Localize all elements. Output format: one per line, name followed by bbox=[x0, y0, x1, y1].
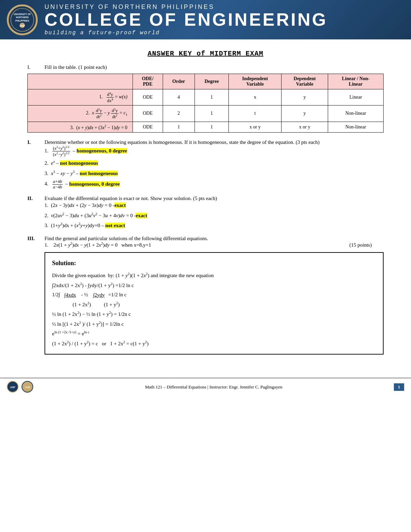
section2-header: I. Determine whether or not the followin… bbox=[27, 139, 384, 145]
table-row: 1. d4y dx4 = w(x) ODE 4 1 x y Linear bbox=[28, 89, 384, 106]
list-item: 3. x3 − xy − y3 – not homogeneous bbox=[45, 169, 384, 177]
eq3-dep: x or y bbox=[281, 122, 328, 133]
col-header-ode: ODE/PDE bbox=[133, 74, 163, 89]
solution-line-7: eln (1 +2x /1+y) = eln c bbox=[52, 329, 376, 338]
section1-intro: I. Fill in the table. (1 point each) bbox=[27, 64, 384, 70]
prob4-equation: 2x(1 + y2)dx − y(1 + 2x2)dy = 0 when x=8… bbox=[53, 242, 344, 248]
answer-exact1: exact bbox=[114, 202, 126, 208]
list-item: 2. ex – not homogeneous bbox=[45, 159, 384, 167]
section-homogeneous: I. Determine whether or not the followin… bbox=[27, 139, 384, 189]
eq1-indep: x bbox=[229, 89, 282, 106]
svg-text:UNP: UNP bbox=[20, 24, 25, 27]
section4-items: 1. 2x(1 + y2)dx − y(1 + 2x2)dy = 0 when … bbox=[45, 242, 384, 355]
answer-homo2: not homogeneous bbox=[60, 160, 98, 166]
list-item: 4. a+4b a−4b – homogeneous, 0 degree bbox=[45, 179, 384, 189]
section2-items: 1. (x2+y2)1/2 (x2−y2)1/2 – homogeneous, … bbox=[45, 145, 384, 189]
eq3-indep: x or y bbox=[229, 122, 282, 133]
eq3-ode: ODE bbox=[133, 122, 163, 133]
table-row: 3. (x + y)dx + (3x2 − 1)dy = 0 ODE 1 1 x… bbox=[28, 122, 384, 133]
eq1-degree: 1 bbox=[195, 89, 229, 106]
eq3-order: 1 bbox=[163, 122, 195, 133]
svg-text:NORTHERN: NORTHERN bbox=[16, 16, 29, 18]
page-footer: UNP COE Math 121 – Differential Equation… bbox=[0, 378, 411, 396]
answer-homo4: homogeneous, 0 degree bbox=[69, 181, 120, 187]
prob4-number: 1. bbox=[45, 242, 48, 248]
footer-logos: UNP COE bbox=[7, 381, 34, 393]
eq1-linear: Linear bbox=[328, 89, 384, 106]
solution-line-8: (1 + 2x2) / (1 + y2) = c or 1 + 2x2 = c(… bbox=[52, 339, 376, 348]
main-content: ANSWER KEY of MIDTERM EXAM I. Fill in th… bbox=[0, 39, 411, 371]
svg-text:PHILIPPINES: PHILIPPINES bbox=[15, 19, 29, 22]
answer-homo3: not homogeneous bbox=[80, 171, 118, 176]
solution-line-2: ∫2xdx/(1 + 2x2) - ∫ydy/(1 + y2) =1/2 ln … bbox=[52, 281, 376, 290]
frac-homo1: (x2+y2)1/2 (x2−y2)1/2 bbox=[52, 145, 70, 157]
col-header-dep: DependentVariable bbox=[281, 74, 328, 89]
footer-logo2: COE bbox=[22, 381, 34, 393]
eq1-order: 4 bbox=[163, 89, 195, 106]
list-item: 3. (1+y2)dx + (x2y+y)dy=0 – not exact bbox=[45, 221, 384, 230]
footer-course: Math 121 – Differential Equations | Inst… bbox=[39, 384, 389, 390]
eq1-ode: ODE bbox=[133, 89, 163, 106]
col-header-order: Order bbox=[163, 74, 195, 89]
section-table: I. Fill in the table. (1 point each) ODE… bbox=[27, 64, 384, 133]
section-exact: II. Evaluate if the differential equatio… bbox=[27, 196, 384, 230]
eq2-dep: y bbox=[281, 106, 328, 122]
fill-table: ODE/PDE Order Degree IndependentVariable… bbox=[27, 74, 384, 133]
eq1-dep: y bbox=[281, 89, 328, 106]
section3-items: 1. (2x − 3y)dx + (2y − 3x)dy = 0 -exact … bbox=[45, 201, 384, 230]
frac-homo4: a+4b a−4b bbox=[52, 179, 63, 189]
table-row: 2. x d2y dt2 − y d2y dt2 = c1 ODE 2 bbox=[28, 106, 384, 122]
page-header: UNIVERSITY OF NORTHERN PHILIPPINES UNP U… bbox=[0, 0, 411, 39]
university-logo: UNIVERSITY OF NORTHERN PHILIPPINES UNP bbox=[7, 4, 38, 35]
eq2-linear: Non-linear bbox=[328, 106, 384, 122]
solution-line-4: (1 + 2x2) (1 + y2) bbox=[73, 300, 376, 309]
footer-logo1: UNP bbox=[7, 381, 19, 393]
answer-exact3: not exact bbox=[105, 223, 125, 228]
section-solutions: III. Find the general and particular sol… bbox=[27, 236, 384, 355]
section3-instruction: Evaluate if the differential equation is… bbox=[45, 196, 217, 201]
eq2-degree: 1 bbox=[195, 106, 229, 122]
col-header-linear: Linear / Non-Linear bbox=[328, 74, 384, 89]
list-item: 1. (2x − 3y)dx + (2y − 3x)dy = 0 -exact bbox=[45, 201, 384, 209]
solution-line-3: 1/2∫ ∫4xdx - ½ ∫2ydy =1/2 ln c bbox=[52, 290, 376, 299]
list-item: 2. v(2uv2 − 3)du + (3u2v2 − 3u + 4v)dv =… bbox=[45, 211, 384, 220]
answer-exact2: exact bbox=[136, 213, 147, 218]
eq3-cell: 3. (x + y)dx + (3x2 − 1)dy = 0 bbox=[28, 122, 133, 133]
svg-text:UNP: UNP bbox=[10, 386, 15, 388]
college-name: COLLEGE OF ENGINEERING bbox=[45, 11, 328, 28]
eq3-linear: Non-linear bbox=[328, 122, 384, 133]
eq2-indep: t bbox=[229, 106, 282, 122]
eq2-cell: 2. x d2y dt2 − y d2y dt2 = c1 bbox=[28, 106, 133, 122]
eq2-order: 2 bbox=[163, 106, 195, 122]
section4-instruction: Find the general and particular solution… bbox=[45, 236, 208, 242]
section2-instruction: Determine whether or not the following e… bbox=[45, 139, 320, 145]
fraction-eq2a: d2y dt2 bbox=[95, 108, 103, 119]
section1-number: I. bbox=[27, 64, 38, 70]
footer-page-number: 1 bbox=[394, 383, 404, 391]
eq2-ode: ODE bbox=[133, 106, 163, 122]
homogeneous-list: 1. (x2+y2)1/2 (x2−y2)1/2 – homogeneous, … bbox=[45, 145, 384, 189]
svg-text:COE: COE bbox=[25, 386, 30, 388]
col-header-degree: Degree bbox=[195, 74, 229, 89]
section3-header: II. Evaluate if the differential equatio… bbox=[27, 196, 384, 201]
page-title: ANSWER KEY of MIDTERM EXAM bbox=[27, 50, 384, 58]
solution-line-5: ½ ln (1 + 2x2) − ½ ln (1 + y2) = 1/2n c bbox=[52, 310, 376, 319]
fraction-eq1: d4y dx4 bbox=[107, 91, 114, 103]
solution-title: Solution: bbox=[52, 258, 376, 269]
problem4-1-row: 1. 2x(1 + y2)dx − y(1 + 2x2)dy = 0 when … bbox=[45, 242, 384, 248]
solution-box: Solution: Divide the given equation by: … bbox=[45, 252, 384, 355]
prob4-points: (15 points) bbox=[349, 242, 384, 248]
header-tagline: building a future-proof world bbox=[45, 30, 328, 36]
header-text-block: UNIVERSITY OF NORTHERN PHILIPPINES COLLE… bbox=[45, 3, 328, 36]
eq3-degree: 1 bbox=[195, 122, 229, 133]
section2-number: I. bbox=[27, 139, 38, 145]
section3-number: II. bbox=[27, 196, 38, 201]
section4-number: III. bbox=[27, 236, 38, 242]
svg-text:UNIVERSITY OF: UNIVERSITY OF bbox=[14, 13, 31, 15]
eq1-cell: 1. d4y dx4 = w(x) bbox=[28, 89, 133, 106]
answer-homo1: homogeneous, 0 degree bbox=[77, 148, 127, 153]
section1-instruction: Fill in the table. (1 point each) bbox=[45, 64, 107, 70]
list-item: 1. (x2+y2)1/2 (x2−y2)1/2 – homogeneous, … bbox=[45, 145, 384, 157]
exact-list: 1. (2x − 3y)dx + (2y − 3x)dy = 0 -exact … bbox=[45, 201, 384, 230]
col-header-indep: IndependentVariable bbox=[229, 74, 282, 89]
